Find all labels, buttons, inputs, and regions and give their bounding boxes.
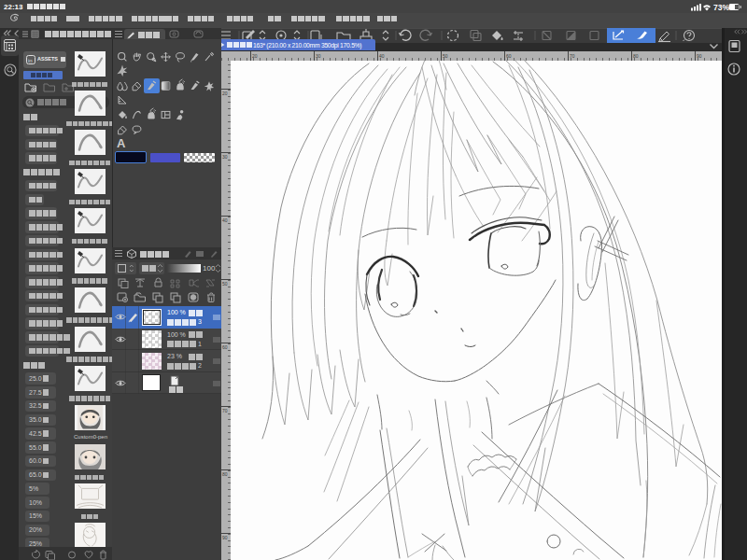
svg-text:50: 50: [222, 281, 228, 287]
svg-text:80: 80: [222, 471, 228, 477]
svg-text:90: 90: [222, 535, 228, 540]
svg-text:20: 20: [252, 53, 258, 59]
svg-text:30: 30: [222, 154, 228, 160]
svg-text:60: 60: [506, 53, 512, 59]
svg-text:70: 70: [222, 408, 228, 413]
svg-text:90: 90: [697, 53, 702, 59]
svg-text:20: 20: [222, 91, 228, 96]
svg-text:40: 40: [379, 53, 385, 59]
svg-text:50: 50: [443, 53, 448, 59]
svg-text:73%: 73%: [713, 3, 729, 12]
svg-text:in: in: [28, 58, 33, 63]
svg-text:30: 30: [316, 53, 321, 59]
svg-text:70: 70: [570, 53, 575, 59]
svg-text:80: 80: [633, 53, 639, 59]
svg-text:40: 40: [222, 217, 228, 223]
svg-text:60: 60: [222, 344, 228, 350]
